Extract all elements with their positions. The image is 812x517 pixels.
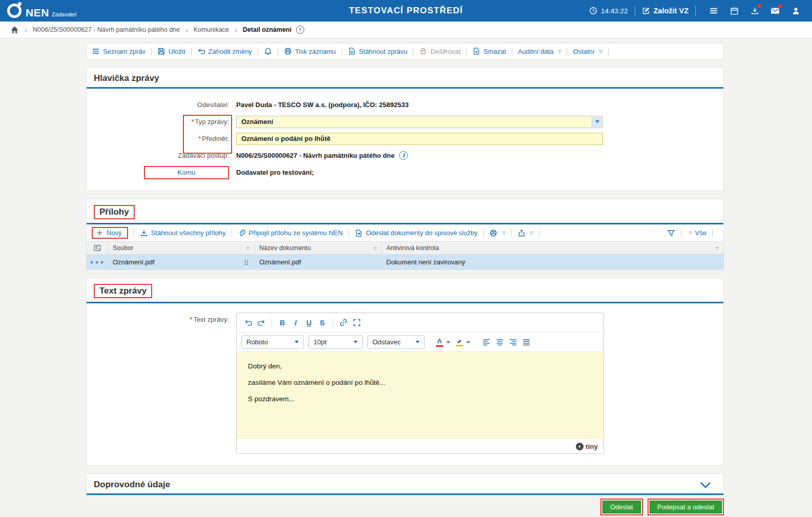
zadavaci-postup-label: Zadávací postup: [87, 152, 236, 159]
print-attachments-button[interactable]: ▽ [489, 229, 505, 237]
messages-button[interactable] [766, 3, 784, 18]
section-title-prilohy: Přílohy [94, 205, 135, 219]
form-row-zadavaci-postup: Zadávací postup: N006/25/S00000627 - Náv… [87, 149, 723, 162]
stahnout-zpravu-button[interactable]: Stáhnout zprávu [348, 47, 408, 55]
odeslat-do-spisove-sluzby-button[interactable]: Odeslat dokumenty do spisové služby [355, 229, 477, 237]
filter-triangle-icon[interactable]: ▽ [373, 246, 377, 251]
font-family-select[interactable]: Roboto [241, 335, 304, 349]
dropdown-triangle-icon: ▽ [558, 49, 561, 54]
align-right-button[interactable] [506, 336, 519, 349]
divider [342, 48, 342, 55]
color-A-glyph: A [437, 338, 442, 344]
download-tray-icon [751, 7, 759, 15]
column-header-nazev[interactable]: Název dokumentu▽ [255, 242, 382, 254]
predmet-value: Oznámení o podání po lhůtě [241, 135, 330, 142]
auditni-data-button[interactable]: Auditní data▽ [518, 48, 561, 55]
divider [567, 48, 567, 55]
highlight-color-dropdown[interactable] [466, 341, 470, 343]
soubor-value: Oznámení.pdf [113, 258, 155, 266]
select-dropdown-button[interactable] [592, 117, 602, 127]
nen-brand[interactable]: NEN Zadavatel [7, 4, 76, 18]
filter-triangle-icon[interactable]: ▽ [246, 246, 249, 251]
ulozit-button[interactable]: Uložit [157, 47, 185, 55]
predmet-input[interactable]: Oznámení o podání po lhůtě [236, 133, 603, 145]
vse-label: Vše [695, 229, 706, 237]
link-icon [339, 318, 348, 327]
pripojit-prilohu-button[interactable]: Připojit přílohu ze systému NEN [238, 229, 343, 237]
column-header-antivir[interactable]: Antivirová kontrola▽ [382, 242, 723, 254]
bell-icon [264, 47, 272, 55]
row-actions-column-header[interactable] [87, 242, 108, 254]
breadcrumb-item-komunikace[interactable]: Komunikace [194, 26, 229, 33]
export-attachments-button[interactable]: ▽ [517, 229, 533, 237]
section-title-doprovodne: Doprovodné údaje [94, 480, 170, 490]
tisk-zaznamu-button[interactable]: Tisk záznamu [284, 47, 336, 55]
insert-link-button[interactable] [337, 316, 350, 329]
strikethrough-button[interactable]: S [316, 316, 329, 329]
notifications-button[interactable] [264, 47, 272, 55]
downloads-button[interactable] [745, 3, 764, 18]
podepsat-a-odeslat-button[interactable]: Podepsat a odeslat [650, 501, 722, 513]
text-color-dropdown[interactable] [446, 341, 450, 343]
create-vz-button[interactable]: Založit VZ [642, 7, 689, 15]
cell-soubor: Oznámení.pdf [108, 255, 255, 270]
redo-button[interactable] [255, 316, 268, 329]
drag-handle-icon[interactable] [243, 258, 250, 266]
vse-filter-button[interactable]: ▽Vše [687, 229, 706, 237]
stahnout-vsechny-prilohy-button[interactable]: Stáhnout všechny přílohy [140, 229, 226, 237]
download-document-icon [348, 47, 356, 55]
required-mark: * [190, 316, 193, 323]
zahodit-zmeny-button[interactable]: Zahodit změny [197, 47, 252, 55]
column-header-soubor[interactable]: Soubor▽ [108, 242, 255, 254]
predmet-label: *Předmět: [87, 135, 236, 142]
home-button[interactable] [10, 26, 19, 34]
typ-zpravy-select[interactable]: Oznámení [236, 116, 603, 128]
novy-button[interactable]: Nový [92, 227, 128, 239]
editor-paragraph: S pozdravem... [248, 395, 592, 403]
info-icon[interactable]: i [399, 151, 408, 160]
komu-button[interactable]: Komu [144, 166, 229, 179]
close-tab-icon[interactable]: × [296, 26, 304, 34]
editor-content[interactable]: Dobrý den, zasíláme Vám oznámení o podán… [237, 352, 603, 439]
calendar-button[interactable] [725, 3, 743, 18]
ostatni-label: Ostatní [573, 48, 594, 55]
attachment-row[interactable]: ∘∘∘ Oznámení.pdf Oznámení.pdf Dokument n… [87, 255, 723, 270]
odeslat-button[interactable]: Odeslat [602, 501, 641, 513]
card-list-icon [93, 244, 101, 252]
server-time-value: 14:43:22 [601, 7, 628, 15]
breadcrumb-separator: › [25, 26, 27, 34]
expand-section-button[interactable] [700, 482, 711, 488]
attachments-card: Přílohy Nový Stáhnout všechny přílohy Př… [86, 199, 724, 270]
home-icon [10, 26, 19, 34]
divider [695, 6, 696, 16]
filter-triangle-icon[interactable]: ▽ [716, 246, 719, 251]
seznam-zprav-button[interactable]: Seznam zpráv [92, 47, 145, 55]
odeslat-spis-label: Odeslat dokumenty do spisové služby [366, 229, 477, 237]
chevron-down-icon [595, 120, 599, 123]
komu-label-cell: Komu [87, 166, 236, 179]
italic-button[interactable]: I [289, 316, 302, 329]
highlight-color-button[interactable] [454, 338, 465, 346]
fullscreen-button[interactable] [350, 316, 363, 329]
breadcrumb-item-procedure[interactable]: N006/25/S00000627 - Návrh památníku páté… [33, 26, 180, 33]
breadcrumb: › N006/25/S00000627 - Návrh památníku pá… [0, 22, 812, 38]
smazat-button[interactable]: Smazat [472, 47, 506, 55]
undo-button[interactable] [241, 316, 255, 329]
underline-button[interactable]: U [302, 316, 316, 329]
font-size-select[interactable]: 10pt [308, 335, 363, 349]
align-justify-button[interactable] [519, 336, 533, 349]
main-menu-button[interactable] [704, 3, 723, 18]
row-menu-button[interactable]: ∘∘∘ [87, 255, 108, 270]
text-color-button[interactable]: BA [434, 338, 445, 347]
divider [332, 318, 333, 327]
desifrovat-label: Dešifrovat [430, 48, 461, 55]
align-center-button[interactable] [493, 336, 506, 349]
block-format-select[interactable]: Odstavec [367, 335, 425, 349]
bold-button[interactable]: B [276, 316, 289, 329]
align-left-button[interactable] [480, 336, 493, 349]
filter-button[interactable] [667, 229, 675, 237]
profile-button[interactable] [786, 3, 805, 18]
ostatni-button[interactable]: Ostatní▽ [573, 48, 602, 55]
align-left-icon [482, 338, 491, 346]
tiny-brand-label[interactable]: tiny [586, 443, 598, 450]
